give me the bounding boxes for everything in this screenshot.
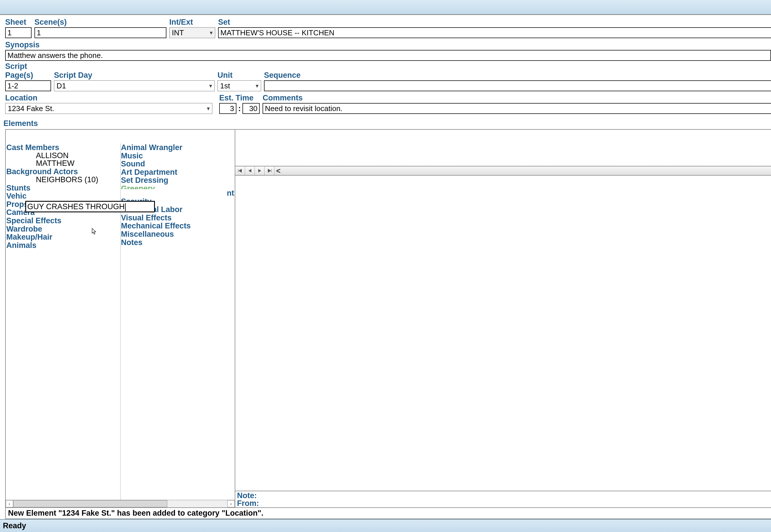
category-header[interactable]: Stunts — [6, 184, 120, 192]
category-header[interactable]: Set Dressing — [121, 176, 235, 185]
category-header[interactable]: Animals — [6, 241, 120, 250]
unit-select[interactable]: 1st ▾ — [217, 80, 261, 91]
nav-next-button[interactable] — [255, 166, 265, 175]
nav-last-button[interactable] — [265, 166, 274, 175]
est-time-label: Est. Time — [219, 94, 260, 103]
sequence-label: Sequence — [264, 71, 771, 80]
category-header[interactable]: Music — [121, 152, 235, 160]
categories-hscrollbar[interactable]: ‹ › — [6, 500, 235, 507]
chevron-down-icon: ▾ — [207, 105, 210, 112]
sheet-label: Sheet — [5, 18, 32, 27]
script-day-label: Script Day — [54, 71, 215, 80]
stunts-inline-editor[interactable]: GUY CRASHES THROUGH — [25, 201, 155, 212]
synopsis-label: Synopsis — [5, 40, 771, 50]
script-day-select[interactable]: D1 ▾ — [54, 80, 215, 91]
script-pages-label: Script Page(s) — [5, 62, 51, 80]
set-label: Set — [218, 18, 771, 27]
category-header[interactable]: Mechanical Effects — [121, 222, 235, 230]
scenes-input[interactable] — [34, 27, 166, 38]
element-detail-panel: < Note: From: — [235, 130, 771, 507]
nav-prev-button[interactable] — [245, 166, 255, 175]
elements-label: Elements — [3, 119, 771, 129]
scroll-right-button[interactable]: › — [227, 500, 235, 507]
est-time-hours-input[interactable] — [219, 103, 236, 114]
category-header[interactable]: Vehic — [6, 192, 120, 200]
from-label: From: — [237, 500, 769, 507]
set-input[interactable] — [218, 27, 771, 38]
stunts-editor-value: GUY CRASHES THROUGH — [27, 202, 125, 211]
location-value: 1234 Fake St. — [8, 104, 54, 113]
time-colon: : — [238, 104, 241, 113]
category-header[interactable]: Visual Effects — [121, 214, 235, 222]
scroll-left-button[interactable]: ‹ — [6, 500, 13, 507]
scenes-label: Scene(s) — [34, 18, 166, 27]
category-header[interactable]: Wardrobe — [6, 225, 120, 233]
category-header[interactable]: Sound — [121, 160, 235, 168]
scroll-thumb[interactable] — [13, 500, 167, 507]
message-bar: New Element "1234 Fake St." has been add… — [5, 507, 771, 519]
chevron-down-icon: ▾ — [209, 82, 212, 89]
script-day-value: D1 — [57, 81, 66, 90]
category-header[interactable]: Miscellaneous — [121, 230, 235, 238]
category-header[interactable]: Art Department — [121, 168, 235, 176]
script-pages-input[interactable] — [5, 80, 51, 91]
category-item[interactable]: MATTHEW — [6, 160, 120, 168]
nav-first-button[interactable] — [235, 166, 245, 175]
nav-collapse-icon[interactable]: < — [274, 166, 282, 175]
intext-value: INT — [172, 28, 184, 37]
category-header[interactable]: Background Actors — [6, 168, 120, 176]
note-label: Note: — [237, 492, 769, 500]
synopsis-input[interactable] — [5, 50, 771, 61]
intext-select[interactable]: INT ▾ — [169, 27, 215, 38]
sequence-input[interactable] — [264, 80, 771, 91]
category-item[interactable]: ALLISON — [6, 152, 120, 160]
detail-body-area — [235, 176, 771, 491]
category-header[interactable]: Greenery — [121, 185, 235, 189]
text-caret-icon — [125, 203, 126, 211]
unit-value: 1st — [220, 81, 230, 90]
category-header[interactable]: Makeup/Hair — [6, 233, 120, 241]
detail-nav-bar: < — [235, 166, 771, 176]
location-label: Location — [5, 94, 212, 103]
scroll-track[interactable] — [13, 500, 227, 507]
chevron-down-icon: ▾ — [256, 82, 259, 89]
window-titlebar — [0, 0, 771, 14]
comments-input[interactable] — [263, 103, 771, 114]
sheet-input[interactable] — [5, 27, 32, 38]
intext-label: Int/Ext — [169, 18, 215, 27]
detail-preview-area — [235, 130, 771, 166]
comments-label: Comments — [263, 94, 771, 103]
est-time-mins-input[interactable] — [242, 103, 260, 114]
location-select[interactable]: 1234 Fake St. ▾ — [5, 103, 212, 114]
category-header[interactable]: Cast Members — [6, 143, 120, 152]
category-item[interactable]: NEIGHBORS (10) — [6, 176, 120, 184]
category-header[interactable]: Animal Wrangler — [121, 143, 235, 152]
category-header-partial[interactable]: nt — [121, 189, 235, 197]
elements-area: Cast MembersALLISONMATTHEWBackground Act… — [5, 129, 771, 508]
status-bar: Ready — [0, 519, 771, 532]
unit-label: Unit — [217, 71, 261, 80]
category-header[interactable]: Special Effects — [6, 217, 120, 225]
category-header[interactable]: Notes — [121, 238, 235, 247]
chevron-down-icon: ▾ — [210, 29, 213, 36]
categories-panel: Cast MembersALLISONMATTHEWBackground Act… — [6, 130, 235, 507]
